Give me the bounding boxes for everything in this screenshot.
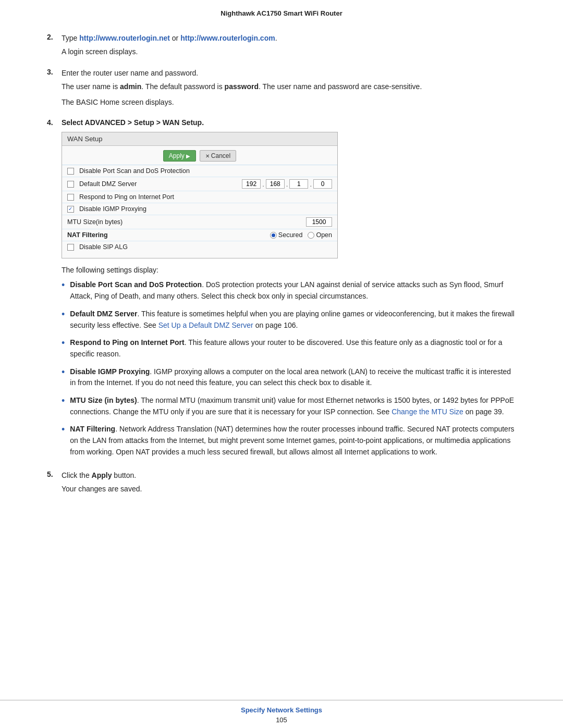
bullet-5-text2: on page 39.: [463, 408, 504, 416]
step-2: 2. Type http://www.routerlogin.net or ht…: [47, 33, 516, 61]
disable-port-scan-checkbox[interactable]: [67, 168, 74, 175]
default-dmz-label: Default DMZ Server: [67, 180, 242, 188]
step-3-body: Enter the router user name and password.…: [62, 68, 516, 112]
header-title: Nighthawk AC1750 Smart WiFi Router: [221, 9, 342, 17]
following-settings-text: The following settings display:: [62, 266, 516, 274]
disable-sip-text: Disable SIP ALG: [79, 243, 128, 251]
bullet-text-5: MTU Size (in bytes). The normal MTU (max…: [70, 395, 516, 417]
bullet-5-term: MTU Size (in bytes): [70, 396, 137, 404]
bullet-2-link[interactable]: Set Up a Default DMZ Server: [158, 321, 253, 329]
bullet-list: • Disable Port Scan and DoS Protection. …: [62, 279, 516, 458]
wan-setup-buttons: Apply Cancel: [62, 146, 337, 165]
wan-row-mtu: MTU Size(in bytes): [62, 215, 337, 229]
step2-suffix: .: [275, 34, 277, 42]
bullet-6-term: NAT Filtering: [70, 425, 115, 433]
mtu-input[interactable]: [306, 217, 332, 227]
respond-ping-text: Respond to Ping on Internet Port: [79, 193, 174, 201]
bullet-item-4: • Disable IGMP Proxying. IGMP proxying a…: [62, 366, 516, 389]
page-header: Nighthawk AC1750 Smart WiFi Router: [0, 0, 563, 22]
bullet-text-4: Disable IGMP Proxying. IGMP proxying all…: [70, 366, 516, 389]
step-3-text: Enter the router user name and password.: [62, 68, 516, 79]
wan-row-respond-ping: Respond to Ping on Internet Port: [62, 191, 337, 203]
default-dmz-ip: . . .: [242, 179, 332, 189]
footer-link[interactable]: Specify Network Settings: [241, 706, 322, 714]
disable-port-scan-label: Disable Port Scan and DoS Protection: [67, 167, 332, 175]
ip-octet-1[interactable]: [242, 179, 261, 189]
nat-secured-radio[interactable]: [270, 232, 277, 239]
default-dmz-text: Default DMZ Server: [79, 180, 137, 188]
step2-url1: http://www.routerlogin.net: [79, 34, 170, 42]
bullet-text-3: Respond to Ping on Internet Port. This f…: [70, 337, 516, 360]
mtu-text: MTU Size(in bytes): [67, 218, 123, 226]
nat-open-option[interactable]: Open: [308, 231, 332, 239]
bullet-item-3: • Respond to Ping on Internet Port. This…: [62, 337, 516, 360]
nat-open-radio[interactable]: [308, 232, 314, 239]
bullet-item-2: • Default DMZ Server. This feature is so…: [62, 309, 516, 331]
step-4: 4. Select ADVANCED > Setup > WAN Setup. …: [47, 118, 516, 464]
step3-password: password: [225, 82, 259, 91]
footer-link-wrapper[interactable]: Specify Network Settings: [0, 706, 563, 714]
mtu-value-right: [306, 217, 332, 227]
disable-sip-label: Disable SIP ALG: [67, 243, 332, 251]
page-wrapper: Nighthawk AC1750 Smart WiFi Router 2. Ty…: [0, 0, 563, 728]
step2-mid: or: [170, 34, 180, 42]
step-2-number: 2.: [47, 33, 62, 41]
step-5-body: Click the Apply button. Your changes are…: [62, 470, 516, 499]
ip-octet-2[interactable]: [266, 179, 285, 189]
step3-admin: admin: [120, 82, 141, 91]
step2-prefix: Type: [62, 34, 79, 42]
step-5-text: Click the Apply button.: [62, 470, 516, 482]
step-4-number: 4.: [47, 118, 62, 127]
nat-open-label: Open: [316, 231, 332, 239]
step-3: 3. Enter the router user name and passwo…: [47, 68, 516, 112]
bullet-dot-2: •: [62, 309, 65, 320]
bullet-dot-1: •: [62, 279, 65, 291]
step5-prefix: Click the: [62, 471, 92, 479]
step-3-number: 3.: [47, 68, 62, 76]
bullet-5-link[interactable]: Change the MTU Size: [391, 408, 463, 416]
step-2-body: Type http://www.routerlogin.net or http:…: [62, 33, 516, 61]
bullet-1-term: Disable Port Scan and DoS Protection: [70, 280, 202, 289]
step-2-text: Type http://www.routerlogin.net or http:…: [62, 33, 516, 44]
bullet-6-text: . Network Address Translation (NAT) dete…: [70, 425, 514, 455]
disable-port-scan-text: Disable Port Scan and DoS Protection: [79, 167, 190, 175]
cancel-button[interactable]: Cancel: [200, 150, 236, 162]
bullet-text-6: NAT Filtering. Network Address Translati…: [70, 424, 516, 458]
apply-button[interactable]: Apply: [163, 150, 196, 162]
nat-filtering-label: NAT Filtering: [67, 231, 270, 239]
nat-radio-group: Secured Open: [270, 231, 332, 239]
bullet-2-term: Default DMZ Server: [70, 310, 137, 318]
mtu-label: MTU Size(in bytes): [67, 218, 306, 226]
step3-sub1-suffix: . The user name and password are case-se…: [259, 82, 422, 91]
wan-setup-panel: WAN Setup Apply Cancel Disable Port Scan…: [62, 132, 338, 258]
wan-row-default-dmz: Default DMZ Server . . .: [62, 177, 337, 191]
ip-octet-3[interactable]: [289, 179, 308, 189]
bullet-dot-6: •: [62, 424, 65, 436]
step5-apply: Apply: [92, 471, 112, 479]
step-5: 5. Click the Apply button. Your changes …: [47, 470, 516, 499]
bullet-3-term: Respond to Ping on Internet Port: [70, 338, 184, 347]
bullet-text-1: Disable Port Scan and DoS Protection. Do…: [70, 279, 516, 302]
disable-sip-checkbox[interactable]: [67, 244, 74, 251]
step5-suffix: button.: [112, 471, 136, 479]
bullet-dot-4: •: [62, 366, 65, 378]
bullet-dot-5: •: [62, 395, 65, 407]
default-dmz-checkbox[interactable]: [67, 181, 74, 188]
step-3-subtext2: The BASIC Home screen displays.: [62, 97, 516, 108]
ip-octet-4[interactable]: [313, 179, 332, 189]
step-4-body: Select ADVANCED > Setup > WAN Setup. WAN…: [62, 118, 516, 464]
disable-igmp-checkbox[interactable]: [67, 206, 74, 213]
nat-secured-option[interactable]: Secured: [270, 231, 303, 239]
wan-row-nat: NAT Filtering Secured Open: [62, 229, 337, 241]
bullet-item-1: • Disable Port Scan and DoS Protection. …: [62, 279, 516, 302]
respond-ping-label: Respond to Ping on Internet Port: [67, 193, 332, 201]
step3-sub1-mid: . The default password is: [141, 82, 224, 91]
ip-dot-3: .: [310, 180, 312, 188]
bullet-text-2: Default DMZ Server. This feature is some…: [70, 309, 516, 331]
nat-secured-label: Secured: [278, 231, 303, 239]
respond-ping-checkbox[interactable]: [67, 194, 74, 201]
step-5-number: 5.: [47, 470, 62, 478]
step-3-subtext1: The user name is admin. The default pass…: [62, 81, 516, 93]
step3-sub1-prefix: The user name is: [62, 82, 120, 91]
ip-dot-2: .: [286, 180, 288, 188]
